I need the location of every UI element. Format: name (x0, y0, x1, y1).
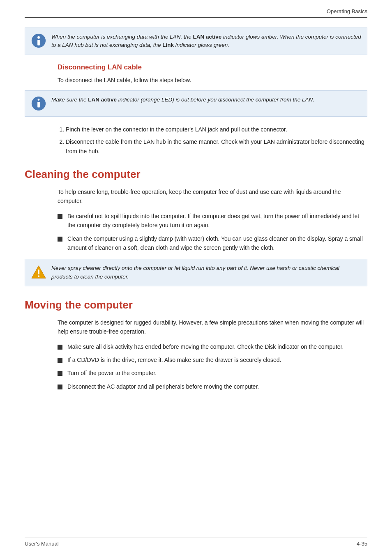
moving-bullet-4: Disconnect the AC adaptor and all periph… (58, 382, 367, 391)
cleaning-bullet-2: Clean the computer using a slightly damp… (58, 234, 367, 253)
steps-list: Pinch the lever on the connector in the … (66, 125, 367, 156)
info-box-2: Make sure the LAN active indicator (oran… (25, 90, 367, 117)
info-icon-2 (31, 96, 46, 111)
info-icon-1 (31, 33, 46, 48)
svg-rect-9 (38, 276, 39, 277)
moving-section: Moving the computer The computer is desi… (25, 299, 367, 391)
moving-heading: Moving the computer (25, 299, 367, 311)
step-2: Disconnect the cable from the LAN hub in… (66, 137, 367, 156)
info-box-1: When the computer is exchanging data wit… (25, 28, 367, 55)
disconnecting-heading: Disconnecting LAN cable (58, 63, 367, 71)
cleaning-section: Cleaning the computer To help ensure lon… (25, 168, 367, 286)
warning-icon (31, 264, 46, 280)
info-box-1-text: When the computer is exchanging data wit… (51, 33, 361, 50)
svg-point-3 (38, 36, 40, 38)
info-box-2-text: Make sure the LAN active indicator (oran… (51, 96, 314, 104)
header-title: Operating Basics (327, 8, 367, 14)
cleaning-bullet-1: Be careful not to spill liquids into the… (58, 212, 367, 230)
moving-bullet-3: Turn off the power to the computer. (58, 368, 367, 378)
warning-box: Never spray cleaner directly onto the co… (25, 259, 367, 286)
svg-point-5 (38, 99, 40, 101)
cleaning-bullets: Be careful not to spill liquids into the… (58, 212, 367, 253)
moving-bullet-2: If a CD/DVD is in the drive, remove it. … (58, 355, 367, 364)
svg-rect-8 (38, 270, 39, 274)
footer-left: User's Manual (25, 541, 59, 547)
moving-body: The computer is designed for rugged dura… (58, 318, 367, 336)
step-1: Pinch the lever on the connector in the … (66, 125, 367, 134)
disconnecting-body: To disconnect the LAN cable, follow the … (58, 76, 367, 85)
moving-bullets: Make sure all disk activity has ended be… (58, 342, 367, 391)
disconnecting-section: Disconnecting LAN cable To disconnect th… (25, 63, 367, 156)
page-footer: User's Manual 4-35 (25, 537, 367, 547)
footer-right: 4-35 (357, 541, 367, 547)
svg-rect-6 (37, 102, 40, 107)
cleaning-body: To help ensure long, trouble-free operat… (58, 187, 367, 206)
moving-bullet-1: Make sure all disk activity has ended be… (58, 342, 367, 351)
warning-box-text: Never spray cleaner directly onto the co… (51, 264, 361, 281)
cleaning-heading: Cleaning the computer (25, 168, 367, 181)
page-header: Operating Basics (25, 8, 367, 18)
svg-rect-2 (37, 40, 40, 45)
